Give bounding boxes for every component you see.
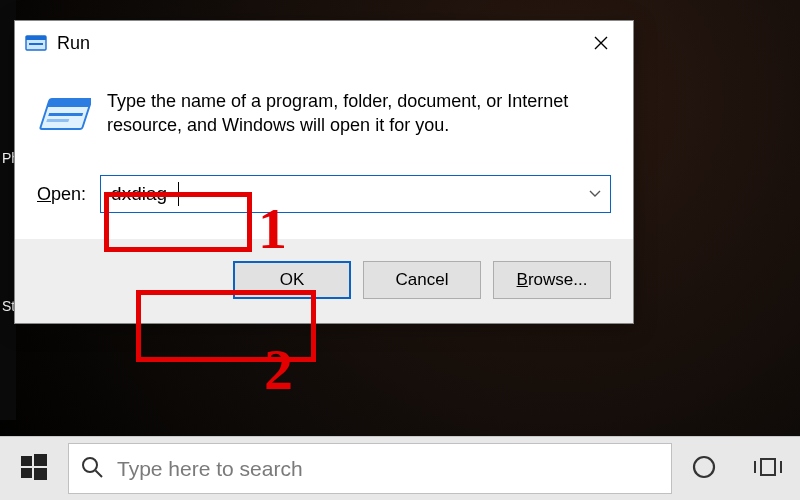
browse-button[interactable]: Browse...: [493, 261, 611, 299]
svg-rect-6: [46, 119, 69, 122]
open-row: Open:: [15, 167, 633, 239]
task-view-icon: [754, 456, 782, 482]
dialog-footer: OK Cancel Browse...: [15, 239, 633, 323]
svg-rect-8: [34, 454, 47, 466]
dialog-description: Type the name of a program, folder, docu…: [107, 89, 611, 143]
svg-rect-2: [29, 43, 43, 45]
search-placeholder: Type here to search: [117, 457, 303, 481]
svg-rect-5: [48, 113, 83, 116]
run-icon: [25, 32, 47, 54]
cortana-button[interactable]: [672, 437, 736, 500]
dialog-body: Type the name of a program, folder, docu…: [15, 65, 633, 167]
svg-rect-14: [761, 459, 775, 475]
text-caret: [178, 182, 179, 206]
titlebar[interactable]: Run: [15, 21, 633, 65]
svg-rect-1: [26, 36, 46, 40]
taskbar: Type here to search: [0, 436, 800, 500]
svg-rect-9: [21, 468, 32, 478]
run-large-icon: [37, 89, 91, 143]
svg-rect-10: [34, 468, 47, 480]
open-combobox[interactable]: [100, 175, 611, 213]
svg-point-11: [83, 458, 97, 472]
open-input[interactable]: [100, 175, 611, 213]
cortana-icon: [691, 454, 717, 484]
cancel-button[interactable]: Cancel: [363, 261, 481, 299]
windows-logo-icon: [21, 454, 47, 484]
close-button[interactable]: [575, 25, 627, 61]
task-view-button[interactable]: [736, 437, 800, 500]
open-label: Open:: [37, 184, 86, 205]
svg-line-12: [96, 470, 103, 477]
run-dialog: Run Type the name of a program, folder, …: [14, 20, 634, 324]
ok-button[interactable]: OK: [233, 261, 351, 299]
search-icon: [81, 456, 103, 482]
svg-rect-4: [47, 99, 91, 107]
window-title: Run: [57, 33, 575, 54]
taskbar-search[interactable]: Type here to search: [68, 443, 672, 494]
svg-point-13: [694, 457, 714, 477]
close-icon: [594, 32, 608, 55]
svg-rect-7: [21, 456, 32, 466]
start-button[interactable]: [0, 437, 68, 500]
